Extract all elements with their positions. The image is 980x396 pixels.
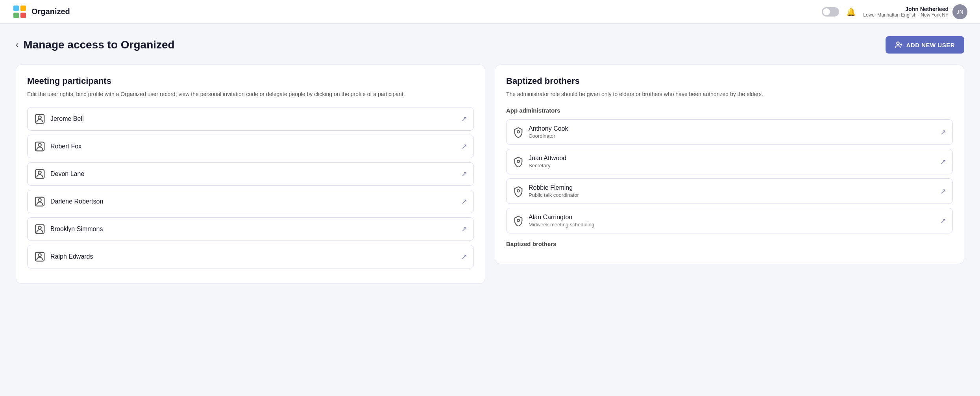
item-name: Alan Carrington [529, 214, 594, 221]
external-link-icon: ↗ [461, 142, 467, 151]
person-icon [34, 168, 46, 180]
notification-bell-icon[interactable]: 🔔 [846, 7, 856, 17]
item-role: Midweek meeting scheduling [529, 222, 594, 228]
user-text: John Netherleed Lower Manhattan English … [863, 6, 949, 18]
list-item-left: Robert Fox [34, 141, 81, 152]
item-name: Ralph Edwards [50, 253, 93, 260]
svg-point-17 [38, 226, 41, 229]
app-name-label: Organized [31, 7, 70, 16]
app-logo [13, 5, 27, 19]
external-link-icon: ↗ [461, 115, 467, 123]
list-item-left: Devon Lane [34, 168, 84, 180]
person-icon [34, 141, 46, 152]
add-user-icon [895, 41, 903, 49]
list-item[interactable]: Juan Attwood Secretary ↗ [506, 149, 953, 174]
baptized-brothers-section-label: Baptized brothers [506, 241, 953, 247]
external-link-icon: ↗ [940, 217, 946, 225]
header-left: Organized [13, 5, 70, 19]
meeting-participants-title: Meeting participants [27, 76, 474, 86]
add-new-user-button[interactable]: ADD NEW USER [886, 36, 964, 54]
person-icon [34, 113, 46, 125]
theme-toggle[interactable] [822, 7, 839, 17]
item-name: Brooklyn Simmons [50, 226, 103, 233]
external-link-icon: ↗ [940, 187, 946, 196]
list-item-left: Darlene Robertson [34, 196, 103, 207]
item-name: Jerome Bell [50, 115, 83, 122]
list-item-left: Brooklyn Simmons [34, 223, 103, 235]
external-link-icon: ↗ [461, 197, 467, 206]
person-icon [34, 251, 46, 263]
list-item[interactable]: Darlene Robertson ↗ [27, 190, 474, 213]
svg-point-23 [517, 219, 520, 221]
svg-point-19 [38, 254, 41, 257]
list-item[interactable]: Alan Carrington Midweek meeting scheduli… [506, 208, 953, 233]
external-link-icon: ↗ [940, 157, 946, 166]
add-user-label: ADD NEW USER [906, 42, 955, 48]
item-info: Alan Carrington Midweek meeting scheduli… [529, 214, 594, 228]
svg-point-20 [517, 130, 520, 133]
list-item[interactable]: Brooklyn Simmons ↗ [27, 217, 474, 241]
list-item-left: Ralph Edwards [34, 251, 93, 263]
external-link-icon: ↗ [461, 170, 467, 178]
page-title: Manage access to Organized [23, 39, 174, 51]
baptized-brothers-title: Baptized brothers [506, 76, 953, 86]
person-icon [34, 223, 46, 235]
list-item[interactable]: Robert Fox ↗ [27, 135, 474, 158]
item-name: Juan Attwood [529, 155, 566, 162]
svg-point-21 [517, 160, 520, 162]
external-link-icon: ↗ [461, 252, 467, 261]
page-title-row: ‹ Manage access to Organized [16, 39, 175, 51]
meeting-participants-list: Jerome Bell ↗ Robert Fox ↗ Devon Lane ↗ [27, 107, 474, 268]
app-administrators-label: App administrators [506, 107, 953, 114]
user-info: John Netherleed Lower Manhattan English … [863, 4, 967, 19]
item-role: Secretary [529, 163, 566, 168]
svg-rect-2 [20, 6, 26, 11]
user-name: John Netherleed [863, 6, 949, 12]
item-role: Public talk coordinator [529, 192, 579, 198]
meeting-participants-panel: Meeting participants Edit the user right… [16, 65, 485, 284]
svg-point-5 [897, 42, 900, 45]
svg-point-9 [38, 116, 41, 119]
item-info: Juan Attwood Secretary [529, 155, 566, 168]
list-item-left: Alan Carrington Midweek meeting scheduli… [513, 214, 594, 228]
svg-point-13 [38, 171, 41, 174]
app-header: Organized 🔔 John Netherleed Lower Manhat… [0, 0, 980, 24]
list-item[interactable]: Devon Lane ↗ [27, 162, 474, 186]
columns: Meeting participants Edit the user right… [16, 65, 964, 284]
item-info: Anthony Cook Coordinator [529, 125, 568, 139]
list-item[interactable]: Ralph Edwards ↗ [27, 245, 474, 268]
shield-icon [513, 215, 524, 226]
svg-rect-1 [13, 6, 19, 11]
external-link-icon: ↗ [461, 225, 467, 233]
shield-icon [513, 127, 524, 138]
shield-icon [513, 156, 524, 167]
svg-point-22 [517, 189, 520, 192]
item-name: Robbie Fleming [529, 184, 579, 191]
external-link-icon: ↗ [940, 128, 946, 137]
list-item-left: Jerome Bell [34, 113, 83, 125]
shield-icon [513, 186, 524, 197]
svg-point-11 [38, 144, 41, 147]
avatar: JN [952, 4, 967, 19]
meeting-participants-desc: Edit the user rights, bind profile with … [27, 90, 474, 98]
user-org: Lower Manhattan English - New York NY [863, 12, 949, 18]
list-item[interactable]: Robbie Fleming Public talk coordinator ↗ [506, 178, 953, 204]
baptized-brothers-desc: The administrator role should be given o… [506, 90, 953, 98]
list-item[interactable]: Anthony Cook Coordinator ↗ [506, 119, 953, 145]
admins-list: Anthony Cook Coordinator ↗ Juan Attwood … [506, 119, 953, 233]
svg-point-15 [38, 199, 41, 202]
list-item-left: Juan Attwood Secretary [513, 155, 566, 168]
header-right: 🔔 John Netherleed Lower Manhattan Englis… [822, 4, 967, 19]
list-item-left: Anthony Cook Coordinator [513, 125, 568, 139]
svg-rect-3 [13, 13, 19, 18]
page-content: ‹ Manage access to Organized ADD NEW USE… [0, 24, 980, 296]
item-name: Robert Fox [50, 143, 81, 150]
list-item-left: Robbie Fleming Public talk coordinator [513, 184, 579, 198]
baptized-brothers-panel: Baptized brothers The administrator role… [495, 65, 964, 264]
item-info: Robbie Fleming Public talk coordinator [529, 184, 579, 198]
back-button[interactable]: ‹ [16, 41, 18, 49]
item-name: Devon Lane [50, 170, 84, 178]
item-role: Coordinator [529, 133, 568, 139]
page-header: ‹ Manage access to Organized ADD NEW USE… [16, 36, 964, 54]
list-item[interactable]: Jerome Bell ↗ [27, 107, 474, 131]
